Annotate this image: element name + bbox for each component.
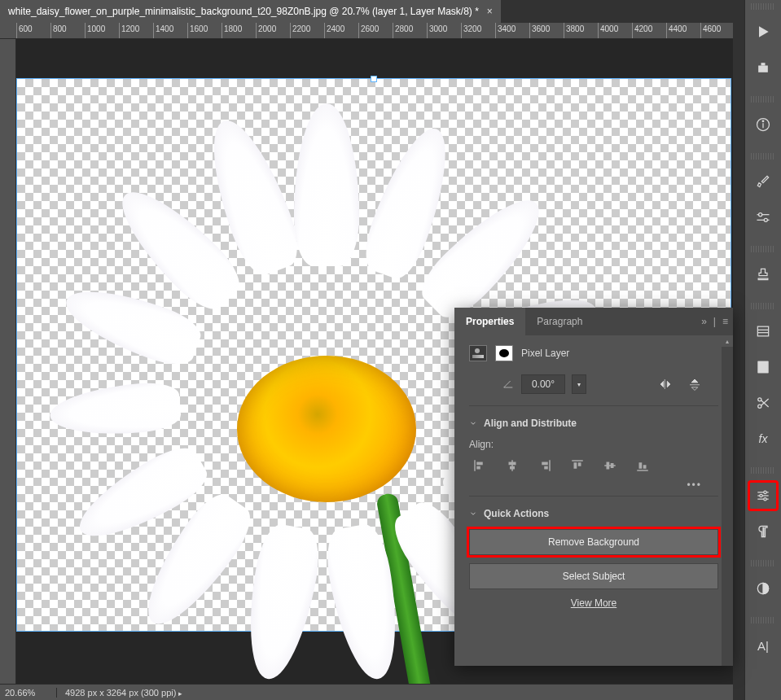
svg-rect-31 <box>544 466 548 470</box>
select-subject-button[interactable]: Select Subject <box>469 563 718 589</box>
svg-rect-35 <box>604 465 616 466</box>
align-left-icon[interactable] <box>472 458 487 473</box>
properties-panel: Properties Paragraph » | ≡ ▴ Pixel Layer… <box>454 308 733 666</box>
panel-divider-icon: | <box>713 316 716 327</box>
rotation-input[interactable] <box>521 374 565 394</box>
svg-rect-29 <box>549 460 551 471</box>
list-icon[interactable] <box>749 317 777 345</box>
quick-actions-header[interactable]: Quick Actions <box>469 508 718 519</box>
svg-line-14 <box>761 400 769 407</box>
chevron-down-icon <box>469 510 477 518</box>
pixel-layer-icon <box>469 345 487 361</box>
rotation-dropdown[interactable]: ▾ <box>572 374 586 394</box>
dock-grip[interactable] <box>751 153 775 160</box>
paragraph-icon[interactable] <box>749 518 777 545</box>
align-vcenter-icon[interactable] <box>603 458 617 473</box>
svg-rect-40 <box>643 465 647 469</box>
scissors-icon[interactable] <box>749 389 777 417</box>
transform-handle-top[interactable] <box>371 76 377 82</box>
contrast-icon[interactable] <box>749 575 777 602</box>
collapse-panel-icon[interactable]: » <box>701 316 707 327</box>
svg-rect-30 <box>542 462 548 466</box>
vertical-ruler <box>0 39 16 684</box>
dock-grip[interactable] <box>751 96 775 103</box>
note-icon[interactable] <box>749 353 777 381</box>
svg-rect-28 <box>510 466 515 470</box>
svg-rect-38 <box>637 470 648 471</box>
view-more-link[interactable]: View More <box>469 597 718 609</box>
flip-vertical-icon[interactable] <box>687 377 702 392</box>
dock-grip[interactable] <box>751 617 775 623</box>
chevron-down-icon <box>469 419 477 427</box>
document-tab-bar: white_daisy_flower_on_purple_minimalisti… <box>0 0 781 23</box>
svg-rect-1 <box>761 63 766 65</box>
sliders-icon[interactable] <box>749 203 777 231</box>
close-tab-icon[interactable]: × <box>487 6 493 17</box>
svg-line-15 <box>761 399 769 405</box>
flip-horizontal-icon[interactable] <box>658 377 673 392</box>
layer-type-label: Pixel Layer <box>521 348 569 359</box>
align-right-icon[interactable] <box>537 458 552 473</box>
dock-grip[interactable] <box>751 3 775 10</box>
svg-point-21 <box>764 498 766 501</box>
svg-rect-25 <box>476 466 480 470</box>
properties-panel-icon[interactable] <box>749 482 777 510</box>
panel-tabs: Properties Paragraph » | ≡ <box>454 308 733 335</box>
svg-rect-33 <box>574 462 577 469</box>
dock-grip[interactable] <box>751 303 775 309</box>
align-label: Align: <box>469 439 718 450</box>
dock-grip[interactable] <box>751 560 775 567</box>
play-icon[interactable] <box>749 18 777 46</box>
document-info: 4928 px x 3264 px (300 ppi) <box>65 688 176 698</box>
svg-point-4 <box>762 120 764 122</box>
angle-icon <box>502 378 515 391</box>
scroll-up-icon[interactable]: ▴ <box>722 335 733 347</box>
info-chevron-icon[interactable]: ▸ <box>178 689 182 698</box>
document-tab[interactable]: white_daisy_flower_on_purple_minimalisti… <box>0 0 501 23</box>
layer-mask-icon <box>495 345 513 361</box>
dock-grip[interactable] <box>751 467 775 474</box>
fx-icon[interactable]: fx <box>749 425 777 453</box>
zoom-level[interactable]: 20.66% <box>0 688 57 698</box>
stamp-icon[interactable] <box>749 260 777 288</box>
svg-point-20 <box>760 494 762 497</box>
document-title: white_daisy_flower_on_purple_minimalisti… <box>8 6 479 17</box>
status-bar: 20.66% 4928 px x 3264 px (300 ppi) ▸ <box>0 684 733 700</box>
svg-rect-34 <box>578 462 581 466</box>
svg-rect-39 <box>639 462 643 469</box>
align-section-title: Align and Distribute <box>484 418 577 429</box>
align-top-icon[interactable] <box>570 458 585 473</box>
info-icon[interactable] <box>749 111 777 138</box>
remove-background-button[interactable]: Remove Background <box>469 529 718 555</box>
horizontal-ruler: 6008001000120014001600180020002200240026… <box>0 23 733 39</box>
svg-rect-24 <box>476 462 483 466</box>
dock-grip[interactable] <box>751 246 775 252</box>
quick-actions-title: Quick Actions <box>484 508 549 519</box>
svg-rect-36 <box>607 462 610 470</box>
svg-point-19 <box>764 491 766 493</box>
svg-rect-27 <box>509 462 516 466</box>
svg-point-8 <box>764 218 767 221</box>
tab-paragraph[interactable]: Paragraph <box>525 308 594 335</box>
character-icon[interactable]: A| <box>749 632 777 659</box>
svg-rect-9 <box>757 326 768 336</box>
svg-rect-32 <box>572 460 583 462</box>
align-section-header[interactable]: Align and Distribute <box>469 418 718 429</box>
tab-properties[interactable]: Properties <box>454 308 525 335</box>
svg-point-7 <box>759 213 762 217</box>
align-bottom-icon[interactable] <box>635 458 650 473</box>
svg-rect-26 <box>511 460 513 471</box>
svg-rect-37 <box>611 463 614 468</box>
job-icon[interactable] <box>749 54 777 81</box>
right-dock: fx A| <box>744 0 781 700</box>
svg-rect-0 <box>758 66 768 72</box>
panel-menu-icon[interactable]: ≡ <box>722 316 728 327</box>
more-align-icon[interactable]: ••• <box>469 479 718 491</box>
svg-rect-23 <box>474 460 476 471</box>
panel-scrollbar[interactable]: ▴ <box>722 335 733 666</box>
align-hcenter-icon[interactable] <box>505 458 520 473</box>
brush-icon[interactable] <box>749 168 777 195</box>
